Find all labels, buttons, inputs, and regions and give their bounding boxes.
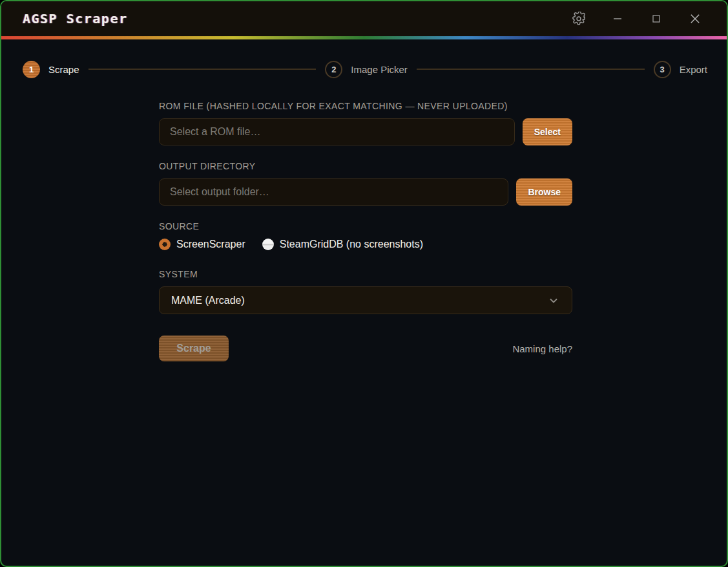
rainbow-accent-stripe	[1, 36, 727, 39]
source-label: SOURCE	[159, 221, 572, 231]
maximize-button[interactable]	[641, 6, 671, 32]
wizard-stepper: 1 Scrape 2 Image Picker 3 Export	[23, 60, 707, 78]
output-directory-input[interactable]	[159, 178, 508, 206]
step-number-badge: 3	[654, 61, 671, 78]
output-directory-group: OUTPUT DIRECTORY Browse	[159, 161, 572, 206]
rom-file-group: ROM FILE (HASHED LOCALLY FOR EXACT MATCH…	[159, 101, 572, 145]
radio-unchecked-icon	[262, 239, 274, 250]
rom-file-label: ROM FILE (HASHED LOCALLY FOR EXACT MATCH…	[159, 101, 572, 111]
minimize-icon	[612, 14, 623, 24]
chevron-down-icon	[547, 294, 560, 307]
app-window: AGSP Scraper	[0, 0, 728, 567]
titlebar: AGSP Scraper	[1, 1, 727, 36]
source-option-screenscraper[interactable]: ScreenScraper	[159, 239, 245, 250]
system-label: SYSTEM	[159, 269, 572, 279]
gear-icon	[572, 12, 586, 26]
radio-label: ScreenScraper	[176, 239, 245, 250]
source-option-steamgriddb[interactable]: SteamGridDB (no screenshots)	[262, 239, 423, 250]
app-title: AGSP Scraper	[23, 11, 128, 27]
browse-output-button[interactable]: Browse	[516, 178, 572, 206]
close-icon	[689, 13, 701, 25]
form-actions: Scrape Naming help?	[159, 336, 572, 361]
select-rom-button[interactable]: Select	[523, 118, 572, 145]
system-group: SYSTEM MAME (Arcade)	[159, 269, 572, 314]
step-image-picker[interactable]: 2 Image Picker	[325, 61, 408, 78]
naming-help-link[interactable]: Naming help?	[512, 343, 572, 354]
close-button[interactable]	[680, 6, 710, 32]
titlebar-controls	[555, 6, 710, 32]
maximize-icon	[651, 14, 661, 24]
scrape-form: ROM FILE (HASHED LOCALLY FOR EXACT MATCH…	[159, 101, 572, 361]
rom-file-input[interactable]	[159, 118, 515, 145]
system-dropdown[interactable]: MAME (Arcade)	[159, 286, 572, 314]
scrape-button[interactable]: Scrape	[159, 336, 229, 361]
step-connector	[88, 69, 317, 70]
system-dropdown-value: MAME (Arcade)	[171, 295, 245, 306]
step-label: Export	[680, 64, 707, 75]
step-label: Scrape	[48, 64, 79, 75]
step-number-badge: 2	[325, 61, 342, 78]
minimize-button[interactable]	[603, 6, 632, 32]
radio-label: SteamGridDB (no screenshots)	[280, 239, 423, 250]
output-directory-label: OUTPUT DIRECTORY	[159, 161, 572, 171]
step-label: Image Picker	[351, 64, 408, 75]
step-scrape[interactable]: 1 Scrape	[23, 61, 79, 78]
step-export[interactable]: 3 Export	[654, 61, 707, 78]
source-group: SOURCE ScreenScraper SteamGridDB (no scr…	[159, 221, 572, 250]
radio-checked-icon	[159, 239, 171, 250]
settings-button[interactable]	[564, 6, 594, 32]
step-number-badge: 1	[23, 61, 40, 78]
step-connector	[417, 69, 645, 70]
